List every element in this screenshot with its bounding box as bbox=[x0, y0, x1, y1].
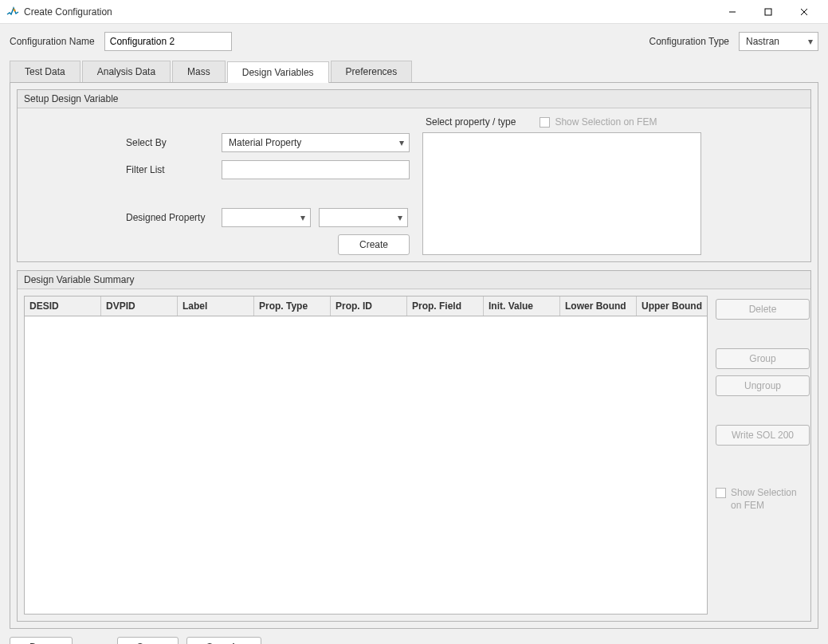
tab-design-variables[interactable]: Design Variables bbox=[227, 61, 329, 83]
create-button[interactable]: Create bbox=[338, 234, 410, 255]
design-variable-summary-group: Design Variable Summary DESID DVPID Labe… bbox=[17, 270, 811, 622]
footer-buttons: Done Save Save As bbox=[10, 637, 818, 644]
done-button[interactable]: Done bbox=[10, 637, 73, 644]
titlebar: Create Configuration bbox=[0, 0, 828, 24]
save-as-button[interactable]: Save As bbox=[186, 637, 261, 644]
show-selection-fem-checkbox-2[interactable]: Show Selection on FEM bbox=[716, 487, 810, 512]
checkbox-icon bbox=[716, 488, 726, 498]
config-type-label: Configuration Type bbox=[649, 36, 729, 47]
matlab-icon bbox=[6, 6, 19, 18]
design-variables-panel: Setup Design Variable Select By Material… bbox=[10, 83, 818, 629]
chevron-down-icon: ▾ bbox=[808, 36, 813, 47]
col-prop-id: Prop. ID bbox=[331, 296, 407, 316]
tab-mass[interactable]: Mass bbox=[172, 61, 226, 82]
filter-list-input[interactable] bbox=[222, 160, 410, 179]
summary-side-buttons: Delete Group Ungroup Write SOL 200 Show … bbox=[716, 296, 810, 615]
tab-preferences[interactable]: Preferences bbox=[331, 61, 413, 82]
ungroup-button[interactable]: Ungroup bbox=[716, 375, 810, 396]
filter-list-label: Filter List bbox=[126, 164, 214, 175]
save-button[interactable]: Save bbox=[117, 637, 179, 644]
config-type-value: Nastran bbox=[746, 36, 779, 47]
group-button[interactable]: Group bbox=[716, 348, 810, 369]
col-init-value: Init. Value bbox=[484, 296, 560, 316]
show-selection-fem-checkbox[interactable]: Show Selection on FEM bbox=[540, 116, 657, 128]
tab-test-data[interactable]: Test Data bbox=[10, 61, 80, 82]
chevron-down-icon: ▾ bbox=[399, 137, 404, 148]
table-header-row: DESID DVPID Label Prop. Type Prop. ID Pr… bbox=[25, 296, 707, 316]
select-by-dropdown[interactable]: Material Property ▾ bbox=[222, 133, 410, 152]
col-desid: DESID bbox=[25, 296, 101, 316]
select-property-label: Select property / type bbox=[426, 116, 516, 128]
setup-design-variable-group: Setup Design Variable Select By Material… bbox=[17, 89, 811, 262]
col-label: Label bbox=[178, 296, 254, 316]
summary-group-title: Design Variable Summary bbox=[18, 271, 810, 289]
property-type-listbox[interactable] bbox=[422, 132, 701, 255]
config-name-input[interactable] bbox=[104, 32, 232, 51]
designed-property-label: Designed Property bbox=[126, 212, 214, 223]
checkbox-icon bbox=[540, 117, 550, 128]
chevron-down-icon: ▾ bbox=[300, 212, 305, 223]
table-body bbox=[25, 316, 707, 614]
config-type-select[interactable]: Nastran ▾ bbox=[739, 32, 818, 51]
close-button[interactable] bbox=[786, 0, 822, 24]
summary-table[interactable]: DESID DVPID Label Prop. Type Prop. ID Pr… bbox=[24, 296, 708, 615]
col-dvpid: DVPID bbox=[101, 296, 178, 316]
col-prop-field: Prop. Field bbox=[407, 296, 484, 316]
col-lower-bound: Lower Bound bbox=[560, 296, 637, 316]
show-selection-fem-label-2: Show Selection on FEM bbox=[731, 487, 810, 512]
window-title: Create Configuration bbox=[24, 6, 112, 18]
tabs: Test Data Analysis Data Mass Design Vari… bbox=[10, 61, 818, 83]
tab-analysis-data[interactable]: Analysis Data bbox=[82, 61, 171, 82]
svg-rect-1 bbox=[765, 9, 771, 15]
col-upper-bound: Upper Bound bbox=[637, 296, 707, 316]
col-prop-type: Prop. Type bbox=[254, 296, 331, 316]
designed-property-dropdown-1[interactable]: ▾ bbox=[222, 208, 311, 227]
setup-group-title: Setup Design Variable bbox=[18, 90, 810, 108]
chevron-down-icon: ▾ bbox=[398, 212, 402, 223]
config-name-label: Configuration Name bbox=[10, 36, 95, 47]
select-by-label: Select By bbox=[126, 137, 214, 148]
minimize-button[interactable] bbox=[714, 0, 750, 24]
select-by-value: Material Property bbox=[229, 137, 301, 148]
show-selection-fem-label: Show Selection on FEM bbox=[555, 116, 657, 128]
config-row: Configuration Name Configuration Type Na… bbox=[10, 32, 818, 51]
maximize-button[interactable] bbox=[750, 0, 786, 24]
write-sol-200-button[interactable]: Write SOL 200 bbox=[716, 425, 810, 446]
delete-button[interactable]: Delete bbox=[716, 299, 810, 320]
designed-property-dropdown-2[interactable]: ▾ bbox=[319, 208, 408, 227]
